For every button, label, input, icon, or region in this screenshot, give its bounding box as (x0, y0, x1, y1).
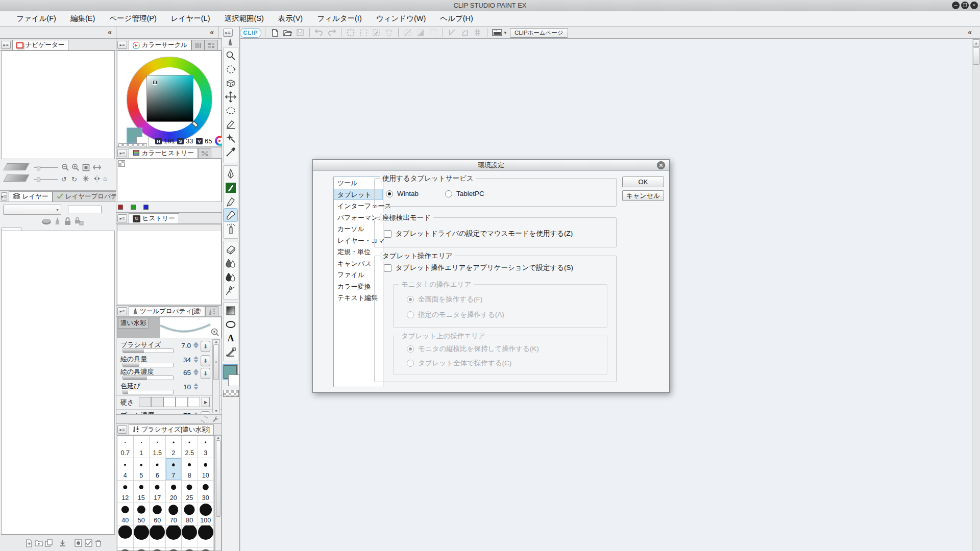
radio-keep-aspect[interactable]: モニタの縦横比を保持して操作する(K) (407, 344, 539, 354)
panel-menu-icon[interactable]: ▸≡ (1, 192, 7, 201)
protractor-icon[interactable] (459, 28, 471, 38)
snap-ruler-icon[interactable] (402, 28, 413, 38)
tab-history[interactable]: ↻ ヒストリー (129, 213, 179, 223)
zoom-in-icon[interactable] (71, 163, 80, 171)
panel-menu-icon[interactable]: ▸≡ (117, 41, 127, 49)
brush-size-17[interactable]: 17 (150, 481, 166, 503)
brush-size-200[interactable]: 200 (166, 525, 182, 548)
blend-tool-icon[interactable] (224, 257, 237, 269)
checkbox-icon[interactable] (384, 264, 391, 272)
clip-homepage-button[interactable]: CLIPホームページ (510, 28, 568, 38)
green-chip[interactable] (131, 205, 136, 210)
decoration-tool-icon[interactable] (224, 284, 237, 297)
transform-icon[interactable] (383, 28, 395, 38)
perspective-ruler-icon[interactable] (447, 28, 458, 38)
brush-size-partial[interactable] (198, 548, 214, 551)
brush-tool-icon[interactable] (224, 209, 237, 221)
zoom-slider-preview[interactable] (3, 163, 29, 170)
select-border-icon[interactable] (358, 28, 369, 38)
brush-size-30[interactable]: 30 (198, 481, 214, 503)
radio-tabletpc[interactable]: TabletPC (445, 190, 484, 197)
slider-track[interactable] (122, 390, 174, 394)
brush-size-12[interactable]: 12 (117, 481, 134, 503)
figure-tool-icon[interactable] (224, 318, 237, 331)
tab-navigator[interactable]: ナビゲーター (12, 40, 68, 50)
spinner-icon[interactable] (193, 356, 199, 363)
brush-size-3[interactable]: 3 (198, 436, 214, 458)
panel-menu-icon[interactable]: ▸≡ (117, 214, 127, 222)
eyedropper-tool-icon[interactable] (224, 145, 237, 158)
close-icon[interactable]: × (970, 2, 978, 9)
brush-size-2[interactable]: 2 (166, 436, 182, 458)
clip-logo-button[interactable]: CLIP (240, 28, 261, 38)
radio-icon[interactable] (445, 190, 452, 197)
brush-size-scrollbar[interactable]: ▲ (215, 435, 222, 551)
menu-item-0[interactable]: ファイル(F) (9, 11, 63, 26)
radio-whole-tablet[interactable]: タブレット全体で操作する(C) (407, 359, 511, 368)
slider-track[interactable] (122, 348, 174, 353)
marker-tool-icon[interactable] (224, 195, 237, 208)
brush-size-7[interactable]: 7 (166, 458, 182, 481)
tab-color-wheel[interactable]: カラーサークル (129, 40, 191, 50)
dialog-title-bar[interactable]: 環境設定 (313, 160, 669, 171)
workspace-icon[interactable]: ▼ (491, 28, 508, 38)
collapse-left-dock-icon[interactable]: « (108, 27, 112, 38)
zoom-tool-icon[interactable] (224, 49, 237, 62)
history-color-transparent[interactable] (118, 160, 125, 167)
gradient-tool-icon[interactable] (224, 304, 237, 317)
pressure-button[interactable]: ⬇ (201, 355, 210, 366)
delete-layer-icon[interactable] (95, 539, 102, 547)
tool-property-scrollbar[interactable]: ▲ ≡ ▼ (212, 339, 220, 413)
brush-size-partial[interactable] (166, 548, 182, 551)
color-history-pane[interactable] (117, 159, 222, 202)
slider-track[interactable] (122, 363, 174, 367)
tab-color-history[interactable]: カラーヒストリー (129, 148, 198, 158)
menu-item-5[interactable]: 表示(V) (271, 11, 310, 26)
checkbox-app-set-area[interactable]: タブレット操作エリアをアプリケーションで設定する(S) (384, 263, 573, 272)
save-file-icon[interactable] (295, 28, 306, 38)
brush-size-300[interactable]: 300 (198, 525, 214, 548)
lock-transparent-icon[interactable] (75, 217, 84, 226)
brush-size-25[interactable]: 25 (182, 481, 198, 503)
dialog-close-icon[interactable]: ✕ (657, 161, 665, 169)
layer-list[interactable] (1, 231, 115, 535)
panel-menu-icon[interactable]: ▸≡ (1, 41, 11, 49)
brush-size-10[interactable]: 10 (198, 458, 214, 481)
brush-size-100[interactable]: 100 (198, 503, 214, 525)
brush-size-170[interactable]: 170 (150, 525, 166, 548)
collapse-right-icon[interactable]: « (968, 27, 972, 38)
panel-menu-icon[interactable]: ▸≡ (223, 29, 233, 37)
new-layer-icon[interactable] (26, 539, 33, 547)
blue-chip[interactable] (143, 205, 149, 210)
brush-size-partial[interactable] (150, 548, 166, 551)
deselect-icon[interactable] (345, 28, 356, 38)
undo-icon[interactable] (313, 28, 325, 38)
brush-size-80[interactable]: 80 (182, 503, 198, 525)
brush-size-70[interactable]: 70 (166, 503, 182, 525)
snap-special-ruler-icon[interactable] (415, 28, 426, 38)
merge-down-icon[interactable] (59, 539, 66, 547)
menu-item-4[interactable]: 選択範囲(S) (217, 11, 271, 26)
pen-tool-icon[interactable] (224, 167, 237, 180)
eraser-tool-icon[interactable] (224, 243, 237, 256)
sub-color-swatch[interactable] (228, 374, 240, 386)
navigator-zoom-slider[interactable] (34, 167, 58, 168)
brush-size-250[interactable]: 250 (182, 525, 198, 548)
auto-select-tool-icon[interactable] (224, 132, 237, 144)
tab-color-set[interactable] (205, 40, 218, 50)
radio-specified-monitor[interactable]: 指定のモニタを操作する(A) (407, 310, 504, 319)
tab-color-slider[interactable] (191, 40, 205, 50)
rotate-right-icon[interactable]: ↻ (71, 176, 77, 183)
brush-size-6[interactable]: 6 (150, 458, 166, 481)
reset-tool-icon[interactable] (201, 415, 208, 423)
tab-brush-size[interactable]: ブラシサイズ[濃い水彩] (129, 424, 214, 435)
open-file-icon[interactable] (282, 28, 293, 38)
panel-menu-icon[interactable]: ▸≡ (117, 425, 127, 434)
menu-item-7[interactable]: ウィンドウ(W) (369, 11, 433, 26)
panel-menu-icon[interactable]: ▸≡ (117, 149, 127, 157)
brush-size-partial[interactable] (117, 548, 134, 551)
maximize-icon[interactable]: ❐ (961, 2, 969, 9)
snap-grid-icon[interactable] (428, 28, 439, 38)
brush-size-5[interactable]: 5 (134, 458, 150, 481)
selection-tool-icon[interactable] (224, 104, 237, 117)
